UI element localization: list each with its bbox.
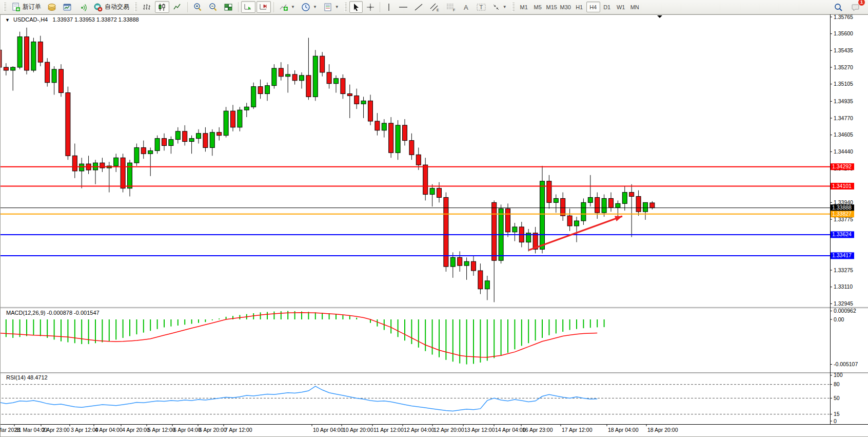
chevron-down-icon: ▼ bbox=[291, 5, 295, 9]
chart-canvas[interactable]: 1.357651.356001.354351.352701.351051.349… bbox=[1, 14, 868, 437]
tile-windows-icon bbox=[224, 3, 233, 12]
templates-button[interactable]: ▼ bbox=[321, 1, 342, 13]
timeframe-mn-button[interactable]: MN bbox=[628, 2, 642, 12]
timeframe-d1-button[interactable]: D1 bbox=[600, 2, 614, 12]
toolbar-grip[interactable] bbox=[344, 3, 347, 12]
text-label-button[interactable]: T bbox=[474, 1, 488, 13]
periods-button[interactable]: ▼ bbox=[299, 1, 320, 13]
chevron-down-icon: ▼ bbox=[335, 5, 339, 9]
charts-button[interactable] bbox=[60, 1, 74, 13]
auto-trading-icon bbox=[93, 3, 103, 12]
chart-ohlc-values: 1.33937 1.33953 1.33872 1.33888 bbox=[52, 16, 139, 23]
equidistant-channel-icon: E bbox=[429, 3, 440, 12]
svg-text:1.33417: 1.33417 bbox=[832, 252, 852, 258]
svg-text:1.35105: 1.35105 bbox=[834, 81, 853, 87]
indicators-button[interactable]: ▼ bbox=[277, 1, 298, 13]
bar-chart-button[interactable] bbox=[140, 1, 154, 13]
line-chart-button[interactable] bbox=[170, 1, 185, 13]
equidistant-channel-button[interactable]: E bbox=[427, 1, 442, 13]
svg-text:12 Apr 04:00: 12 Apr 04:00 bbox=[404, 427, 435, 433]
arrows-button[interactable]: ▼ bbox=[489, 1, 509, 13]
svg-text:18 Apr 20:00: 18 Apr 20:00 bbox=[647, 427, 678, 433]
horizontal-line-icon bbox=[399, 3, 408, 11]
toolbar-grip[interactable] bbox=[134, 3, 137, 12]
cursor-icon bbox=[352, 3, 360, 11]
fibonacci-button[interactable]: F bbox=[443, 1, 459, 13]
tile-windows-button[interactable] bbox=[221, 1, 235, 13]
svg-text:1.32945: 1.32945 bbox=[834, 300, 853, 307]
new-order-button[interactable]: 新订单 bbox=[9, 1, 44, 13]
coins-button[interactable] bbox=[45, 1, 59, 13]
new-order-label: 新订单 bbox=[23, 3, 41, 11]
zoom-in-icon bbox=[193, 3, 202, 12]
vertical-line-button[interactable] bbox=[383, 1, 395, 13]
coins-icon bbox=[47, 3, 56, 12]
chart-shift-icon bbox=[259, 3, 268, 12]
text-button[interactable]: A bbox=[460, 1, 473, 13]
timeframe-h4-button[interactable]: H4 bbox=[586, 2, 600, 12]
svg-text:2 Apr 23:00: 2 Apr 23:00 bbox=[42, 427, 70, 433]
svg-text:1.35435: 1.35435 bbox=[834, 47, 853, 53]
svg-text:1.33888: 1.33888 bbox=[832, 204, 852, 211]
toolbar-grip[interactable] bbox=[4, 3, 6, 12]
price-badge-1.34101: 1.34101 bbox=[831, 183, 854, 189]
text-label-icon: T bbox=[477, 3, 486, 11]
svg-text:16 Apr 23:00: 16 Apr 23:00 bbox=[522, 427, 553, 433]
price-badge-1.34292: 1.34292 bbox=[831, 163, 854, 170]
svg-text:E: E bbox=[437, 8, 439, 12]
svg-text:4 Apr 04:00: 4 Apr 04:00 bbox=[95, 427, 123, 433]
svg-text:1.35765: 1.35765 bbox=[834, 14, 853, 20]
timeframe-w1-button[interactable]: W1 bbox=[614, 2, 628, 12]
price-badge-1.33888: 1.33888 bbox=[831, 204, 854, 211]
trendline-button[interactable] bbox=[411, 1, 426, 13]
timeframe-m5-button[interactable]: M5 bbox=[531, 2, 545, 12]
charts-icon bbox=[63, 3, 72, 12]
chart-shift-button[interactable] bbox=[257, 1, 271, 13]
toolbar-grip[interactable] bbox=[512, 3, 515, 12]
candlestick-chart-button[interactable] bbox=[155, 1, 169, 13]
timeframe-m30-button[interactable]: M30 bbox=[559, 2, 573, 12]
svg-text:4 Apr 20:00: 4 Apr 20:00 bbox=[122, 427, 150, 433]
svg-text:7 Apr 12:00: 7 Apr 12:00 bbox=[225, 427, 252, 433]
chart-title: ▼ USDCAD-,H4 1.33937 1.33953 1.33872 1.3… bbox=[5, 16, 139, 23]
crosshair-button[interactable] bbox=[364, 1, 377, 13]
svg-text:100: 100 bbox=[834, 372, 843, 378]
auto-scroll-icon bbox=[244, 3, 253, 12]
zoom-out-button[interactable] bbox=[206, 1, 220, 13]
trendline-icon bbox=[414, 3, 423, 11]
rsi-indicator-label: RSI(14) 48.4712 bbox=[6, 374, 48, 381]
auto-trading-button[interactable]: 自动交易 bbox=[91, 1, 132, 13]
svg-text:1.34935: 1.34935 bbox=[834, 98, 853, 104]
chevron-down-icon: ▼ bbox=[503, 5, 507, 9]
timeframe-m15-button[interactable]: M15 bbox=[545, 2, 559, 12]
auto-trading-label: 自动交易 bbox=[105, 3, 129, 11]
timeframe-m1-button[interactable]: M1 bbox=[517, 2, 531, 12]
chart-window[interactable]: 1.357651.356001.354351.352701.351051.349… bbox=[0, 14, 868, 437]
chart-menu-caret-icon[interactable]: ▼ bbox=[5, 17, 10, 23]
svg-text:1.34292: 1.34292 bbox=[832, 163, 852, 169]
mt4-window: 新订单 bbox=[0, 0, 868, 437]
macd-indicator-label: MACD(12,26,9) -0.000878 -0.001547 bbox=[6, 310, 100, 316]
horizontal-line-button[interactable] bbox=[396, 1, 410, 13]
svg-text:18 Apr 04:00: 18 Apr 04:00 bbox=[608, 427, 639, 433]
signals-button[interactable] bbox=[75, 1, 90, 13]
svg-text:1.34605: 1.34605 bbox=[834, 131, 853, 138]
price-badge-1.33417: 1.33417 bbox=[831, 252, 854, 259]
zoom-in-button[interactable] bbox=[190, 1, 205, 13]
svg-text:0.00: 0.00 bbox=[834, 316, 844, 322]
search-icon bbox=[834, 3, 843, 12]
timeframe-h1-button[interactable]: H1 bbox=[573, 2, 586, 12]
svg-text:0: 0 bbox=[834, 418, 837, 424]
chevron-down-icon: ▼ bbox=[313, 5, 317, 9]
line-chart-icon bbox=[173, 3, 182, 12]
svg-text:A: A bbox=[464, 4, 468, 11]
notifications-button[interactable]: 1 bbox=[849, 1, 863, 13]
svg-text:-0.005107: -0.005107 bbox=[834, 361, 858, 367]
cursor-button[interactable] bbox=[349, 1, 363, 13]
search-button[interactable] bbox=[831, 1, 845, 13]
zoom-out-icon bbox=[208, 3, 218, 12]
svg-text:1.33827: 1.33827 bbox=[832, 211, 852, 217]
svg-text:1.34770: 1.34770 bbox=[834, 115, 853, 121]
svg-text:6 Apr 04:00: 6 Apr 04:00 bbox=[173, 427, 201, 433]
auto-scroll-button[interactable] bbox=[241, 1, 255, 13]
